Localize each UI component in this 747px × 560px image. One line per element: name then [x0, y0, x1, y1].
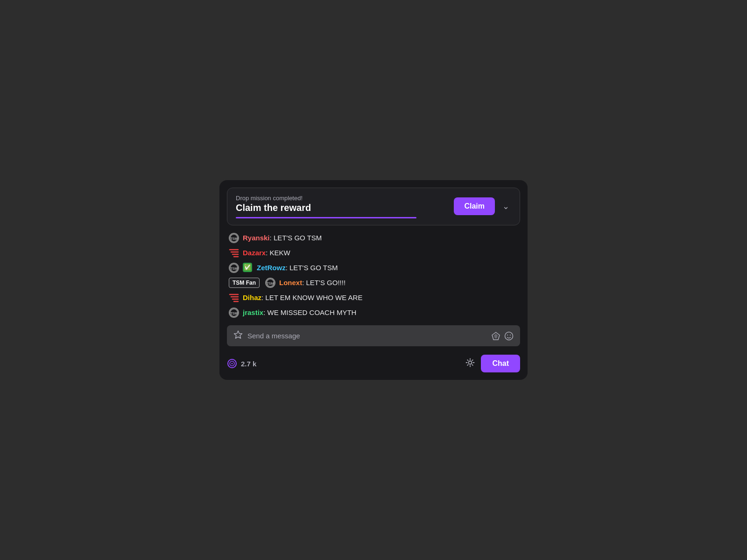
message-text: : LET'S GO!!!!: [302, 278, 345, 287]
list-item: TSM Ryanski : LET'S GO TSM: [229, 233, 518, 243]
drop-banner: Drop mission completed! Claim the reward…: [227, 188, 520, 225]
message-text: : KEKW: [266, 248, 290, 258]
svg-point-24: [232, 363, 233, 364]
message-text: : LET EM KNOW WHO WE ARE: [261, 293, 362, 302]
tsm-badge-icon: TSM: [265, 278, 275, 288]
tsm-badge-icon: TSM: [229, 263, 239, 273]
message-text: : WE MISSED COACH MYTH: [263, 308, 356, 317]
chat-footer: 2.7 k Chat: [219, 350, 528, 380]
chat-messages: TSM Ryanski : LET'S GO TSM Dazarx : KEK: [219, 225, 528, 326]
svg-point-21: [510, 335, 511, 336]
list-item: TSM Fan TSM Lonext : LET'S GO!!!!: [229, 278, 518, 288]
message-text: : LET'S GO TSM: [270, 233, 322, 243]
list-item: Dihaz : LET EM KNOW WHO WE ARE: [229, 293, 518, 303]
claim-button[interactable]: Claim: [454, 197, 495, 215]
chat-input-area: [219, 325, 528, 350]
input-icons: [491, 331, 514, 341]
svg-text:TSM: TSM: [230, 311, 237, 315]
star-icon: [233, 330, 243, 342]
faze-badge-icon: [229, 293, 239, 303]
drop-banner-subtitle: Drop mission completed!: [236, 195, 448, 202]
svg-point-25: [469, 361, 472, 364]
chat-settings-button[interactable]: [465, 357, 475, 370]
list-item: TSM jrastix : WE MISSED COACH MYTH: [229, 308, 518, 318]
collapse-banner-button[interactable]: ⌄: [500, 199, 511, 213]
svg-point-19: [505, 332, 513, 340]
username: jrastix: [243, 308, 263, 317]
svg-text:TSM: TSM: [230, 266, 237, 270]
username: Dazarx: [243, 248, 266, 258]
viewer-count: 2.7 k: [227, 358, 256, 369]
viewer-count-icon: [227, 358, 237, 369]
drop-banner-progress: [236, 217, 416, 218]
chat-button[interactable]: Chat: [481, 355, 520, 372]
username: ZetRowz: [257, 263, 286, 273]
svg-point-20: [507, 335, 508, 336]
bits-icon-button[interactable]: [491, 331, 500, 341]
viewer-count-text: 2.7 k: [241, 360, 256, 368]
emote-picker-button[interactable]: [504, 331, 514, 341]
chat-panel: Drop mission completed! Claim the reward…: [219, 180, 528, 380]
drop-banner-text: Drop mission completed! Claim the reward: [236, 195, 448, 218]
tsm-fan-badge: TSM Fan: [229, 278, 260, 288]
svg-text:TSM: TSM: [230, 236, 237, 240]
username: Dihaz: [243, 293, 261, 302]
tsm-badge-icon: TSM: [229, 308, 239, 318]
message-text: : LET'S GO TSM: [286, 263, 338, 273]
username: Lonext: [279, 278, 302, 287]
message-input-wrapper: [227, 325, 520, 346]
faze-badge-icon: [229, 248, 239, 258]
drop-banner-title: Claim the reward: [236, 203, 448, 213]
message-input[interactable]: [247, 332, 486, 340]
username: Ryanski: [243, 233, 270, 243]
footer-right: Chat: [465, 355, 520, 372]
checkmark-badge: ✅: [243, 263, 252, 272]
svg-marker-16: [234, 331, 242, 338]
list-item: Dazarx : KEKW: [229, 248, 518, 258]
svg-marker-18: [494, 334, 498, 338]
tsm-badge-icon: TSM: [229, 233, 239, 243]
svg-text:TSM: TSM: [267, 281, 274, 285]
list-item: TSM ✅ ZetRowz : LET'S GO TSM: [229, 263, 518, 273]
